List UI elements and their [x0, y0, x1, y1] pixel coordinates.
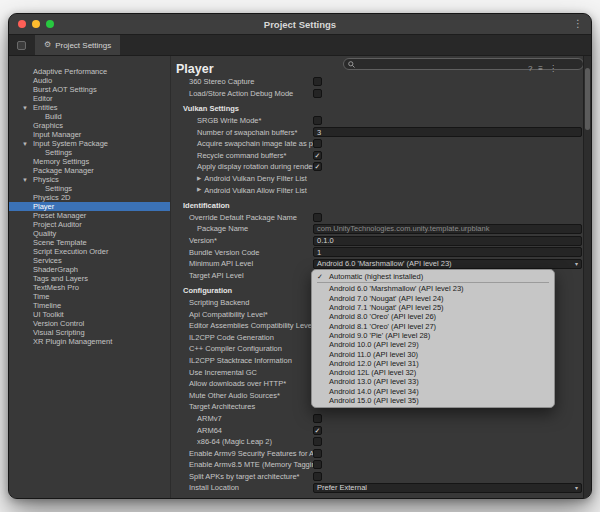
sidebar-item-time[interactable]: Time	[9, 292, 170, 301]
sidebar-item-label: Preset Manager	[33, 211, 86, 220]
checkbox[interactable]	[313, 460, 322, 469]
sidebar-item-audio[interactable]: Audio	[9, 76, 170, 85]
sidebar-item-memory-settings[interactable]: Memory Settings	[9, 157, 170, 166]
sidebar-item-physics[interactable]: ▼Physics	[9, 175, 170, 184]
window-titlebar[interactable]: Project Settings ⋮	[9, 14, 591, 35]
row-label: ARMv7	[171, 414, 313, 423]
checkbox[interactable]: ✓	[313, 162, 322, 171]
sidebar-item-visual-scripting[interactable]: Visual Scripting	[9, 328, 170, 337]
dropdown-option[interactable]: Android 8.1 'Oreo' (API level 27)	[312, 321, 554, 330]
dropdown-field[interactable]: Android 6.0 'Marshmallow' (API level 23)…	[313, 259, 582, 269]
sidebar-item-textmesh-pro[interactable]: TextMesh Pro	[9, 283, 170, 292]
chevron-down-icon: ▾	[575, 261, 578, 267]
dropdown-option[interactable]: Android 15.0 (API level 35)	[312, 396, 554, 405]
sidebar-item-physics-2d[interactable]: Physics 2D	[9, 193, 170, 202]
sidebar-item-player[interactable]: Player	[9, 202, 170, 211]
checkbox[interactable]: ✓	[313, 426, 322, 435]
dropdown-option[interactable]: Android 12L (API level 32)	[312, 368, 554, 377]
presets-icon[interactable]: ≡	[538, 65, 543, 73]
sidebar-item-ui-toolkit[interactable]: UI Toolkit	[9, 310, 170, 319]
settings-row-srgb-write-mode: SRGB Write Mode*	[171, 115, 591, 127]
sidebar-item-version-control[interactable]: Version Control	[9, 319, 170, 328]
field-value: 3	[317, 128, 321, 137]
zoom-button[interactable]	[46, 20, 54, 28]
separator	[317, 282, 549, 283]
row-control-area	[313, 472, 582, 481]
checkbox[interactable]	[313, 472, 322, 481]
project-settings-window: Project Settings ⋮ ⚙ Project Settings Ad…	[8, 13, 592, 499]
kebab-icon[interactable]: ⋮	[549, 65, 557, 73]
sidebar-item-timeline[interactable]: Timeline	[9, 301, 170, 310]
close-button[interactable]	[18, 20, 26, 28]
checkbox[interactable]: ✓	[313, 151, 322, 160]
row-label-text: Use Incremental GC	[189, 368, 257, 377]
text-field[interactable]: com.UnityTechnologies.com.unity.template…	[313, 224, 582, 234]
checkbox[interactable]	[313, 139, 322, 148]
sidebar-item-editor[interactable]: Editor	[9, 94, 170, 103]
row-control-area: 1	[313, 247, 582, 257]
foldout-open-icon[interactable]: ▼	[22, 176, 28, 184]
sidebar-item-graphics[interactable]: Graphics	[9, 121, 170, 130]
row-label-text: Enable Armv8.5 MTE (Memory Tagging Exten…	[189, 460, 313, 469]
foldout-closed-icon[interactable]: ▶	[197, 176, 201, 182]
vertical-scrollbar[interactable]	[583, 56, 591, 499]
sidebar-item-input-manager[interactable]: Input Manager	[9, 130, 170, 139]
sidebar-item-label: Services	[33, 256, 62, 265]
sidebar-item-xr-plugin-management[interactable]: XR Plugin Management	[9, 337, 170, 346]
sidebar-item-burst-aot-settings[interactable]: Burst AOT Settings	[9, 85, 170, 94]
panel-menu-icon[interactable]	[17, 41, 26, 50]
text-field[interactable]: 0.1.0	[313, 236, 582, 246]
dropdown-option[interactable]: Android 12.0 (API level 31)	[312, 359, 554, 368]
text-field[interactable]: 3	[313, 127, 582, 137]
sidebar-item-tags-and-layers[interactable]: Tags and Layers	[9, 274, 170, 283]
sidebar-item-package-manager[interactable]: Package Manager	[9, 166, 170, 175]
sidebar-item-project-auditor[interactable]: Project Auditor	[9, 220, 170, 229]
checkbox[interactable]	[313, 437, 322, 446]
sidebar-item-services[interactable]: Services	[9, 256, 170, 265]
window-kebab-icon[interactable]: ⋮	[573, 17, 583, 31]
settings-row-enable-armv9-security-features-for-arm64: Enable Armv9 Security Features for Arm64	[171, 447, 591, 459]
checkbox[interactable]	[313, 449, 322, 458]
checkbox[interactable]	[313, 116, 322, 125]
dropdown-option[interactable]: Android 7.0 'Nougat' (API level 24)	[312, 294, 554, 303]
option-label: Automatic (highest installed)	[329, 272, 423, 281]
row-label: Vulkan Settings	[171, 104, 313, 113]
sidebar-item-scene-template[interactable]: Scene Template	[9, 238, 170, 247]
sidebar-item-input-system-package[interactable]: ▼Input System Package	[9, 139, 170, 148]
sidebar-item-settings[interactable]: Settings	[9, 184, 170, 193]
dropdown-value: Android 6.0 'Marshmallow' (API level 23)	[317, 259, 452, 268]
sidebar-item-preset-manager[interactable]: Preset Manager	[9, 211, 170, 220]
foldout-open-icon[interactable]: ▼	[22, 104, 28, 112]
dropdown-option[interactable]: Android 14.0 (API level 34)	[312, 387, 554, 396]
text-field[interactable]: 1	[313, 247, 582, 257]
dropdown-option[interactable]: Android 7.1 'Nougat' (API level 25)	[312, 303, 554, 312]
checkbox[interactable]	[313, 89, 322, 98]
foldout-closed-icon[interactable]: ▶	[197, 187, 201, 193]
sidebar-item-entities[interactable]: ▼Entities	[9, 103, 170, 112]
sidebar-item-build[interactable]: Build	[9, 112, 170, 121]
dropdown-option[interactable]: Android 11.0 (API level 30)	[312, 349, 554, 358]
chevron-down-icon: ▾	[575, 485, 578, 491]
sidebar-item-script-execution-order[interactable]: Script Execution Order	[9, 247, 170, 256]
foldout-open-icon[interactable]: ▼	[22, 140, 28, 148]
checkbox[interactable]	[313, 77, 322, 86]
row-label-text: 360 Stereo Capture	[189, 77, 254, 86]
dropdown-option[interactable]: Android 8.0 'Oreo' (API level 26)	[312, 312, 554, 321]
scrollbar-thumb[interactable]	[585, 68, 590, 130]
row-label-text: x86-64 (Magic Leap 2)	[197, 437, 272, 446]
dropdown-option[interactable]: Android 6.0 'Marshmallow' (API level 23)	[312, 284, 554, 293]
sidebar-item-quality[interactable]: Quality	[9, 229, 170, 238]
dropdown-field[interactable]: Prefer External▾	[313, 483, 582, 493]
checkbox[interactable]	[313, 414, 322, 423]
dropdown-option[interactable]: Android 13.0 (API level 33)	[312, 377, 554, 386]
dropdown-option[interactable]: Android 9.0 'Pie' (API level 28)	[312, 331, 554, 340]
checkbox[interactable]	[313, 213, 322, 222]
minimize-button[interactable]	[32, 20, 40, 28]
dropdown-option[interactable]: ✓Automatic (highest installed)	[312, 272, 554, 281]
sidebar-item-adaptive-performance[interactable]: Adaptive Performance	[9, 67, 170, 76]
help-icon[interactable]: ?	[528, 65, 532, 73]
sidebar-item-settings[interactable]: Settings	[9, 148, 170, 157]
dropdown-option[interactable]: Android 10.0 (API level 29)	[312, 340, 554, 349]
tab-project-settings[interactable]: ⚙ Project Settings	[35, 35, 120, 55]
sidebar-item-shadergraph[interactable]: ShaderGraph	[9, 265, 170, 274]
